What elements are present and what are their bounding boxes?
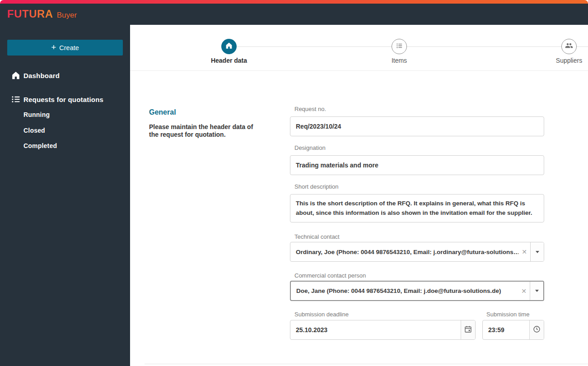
sidebar-item-label: Requests for quotations — [23, 96, 103, 103]
technical-contact-value: Ordinary, Joe (Phone: 0044 9876543210, E… — [290, 249, 518, 255]
clear-icon[interactable]: ✕ — [518, 287, 530, 295]
sidebar: + Create Dashboard Requests for quotatio… — [0, 25, 130, 366]
clock-icon — [532, 325, 541, 335]
dropdown-toggle[interactable] — [530, 282, 543, 300]
commercial-contact-dropdown[interactable]: Doe, Jane (Phone: 0044 9876543210, Email… — [290, 281, 544, 301]
sidebar-subitem-label: Closed — [23, 127, 45, 134]
clear-icon[interactable]: ✕ — [518, 248, 530, 255]
wizard-stepper: Header data Items Suppliers — [130, 25, 588, 71]
submission-time-value: 23:59 — [483, 326, 529, 334]
submission-time-field[interactable]: 23:59 — [482, 320, 544, 340]
brand-logo[interactable]: FUTURABuyer — [7, 8, 77, 20]
sidebar-item-label: Dashboard — [23, 72, 60, 79]
sidebar-item-dashboard[interactable]: Dashboard — [0, 69, 130, 82]
technical-contact-label: Technical contact — [294, 233, 340, 240]
submission-time-label: Submission time — [486, 311, 529, 318]
submission-deadline-value: 25.10.2023 — [290, 326, 461, 334]
sidebar-subitem-label: Completed — [23, 142, 57, 149]
short-description-label: Short description — [294, 183, 339, 190]
sidebar-subitem-label: Running — [23, 111, 50, 118]
section-divider — [145, 364, 588, 364]
plus-icon: + — [51, 43, 56, 51]
request-no-field[interactable]: Req/2023/10/24 — [290, 116, 544, 136]
request-no-value: Req/2023/10/24 — [290, 123, 544, 130]
designation-label: Designation — [294, 144, 326, 151]
home-icon — [11, 70, 21, 80]
section-description: Please maintain the header data of the r… — [149, 123, 258, 139]
date-picker-button[interactable] — [461, 320, 475, 339]
dropdown-toggle[interactable] — [530, 242, 544, 261]
chevron-down-icon — [536, 251, 539, 253]
brand-name: FUTURA — [7, 8, 53, 20]
sidebar-subitem-closed[interactable]: Closed — [23, 125, 123, 136]
section-title: General — [149, 108, 176, 116]
app-header: FUTURABuyer — [0, 4, 588, 25]
time-picker-button[interactable] — [529, 320, 544, 339]
short-description-value: This is the short description of the RFQ… — [290, 195, 544, 222]
commercial-contact-label: Commercial contact person — [294, 272, 366, 279]
submission-deadline-label: Submission deadline — [294, 311, 349, 318]
step-label: Suppliers — [542, 57, 588, 64]
people-icon — [565, 42, 573, 51]
chevron-down-icon — [535, 290, 539, 292]
technical-contact-dropdown[interactable]: Ordinary, Joe (Phone: 0044 9876543210, E… — [290, 242, 544, 262]
step-suppliers[interactable]: Suppliers — [542, 39, 588, 64]
designation-field[interactable]: Trading materials and more — [290, 155, 544, 175]
commercial-contact-value: Doe, Jane (Phone: 0044 9876543210, Email… — [291, 287, 518, 294]
sidebar-subitem-completed[interactable]: Completed — [23, 140, 123, 152]
main-content: Header data Items Suppliers — [130, 25, 588, 366]
list-icon — [396, 42, 403, 51]
step-label: Header data — [202, 57, 256, 64]
step-circle-active — [221, 39, 237, 54]
step-header-data[interactable]: Header data — [202, 39, 256, 64]
sidebar-item-requests-for-quotations[interactable]: Requests for quotations — [0, 93, 130, 106]
step-label: Items — [372, 57, 426, 64]
short-description-field[interactable]: This is the short description of the RFQ… — [290, 194, 544, 222]
create-button[interactable]: + Create — [7, 40, 123, 56]
app-window: FUTURABuyer + Create Dashboard Requests … — [0, 0, 588, 366]
top-accent-bar — [0, 0, 588, 4]
create-button-label: Create — [59, 44, 79, 51]
designation-value: Trading materials and more — [290, 162, 544, 169]
submission-deadline-field[interactable]: 25.10.2023 — [290, 320, 476, 340]
step-circle — [561, 39, 577, 54]
request-no-label: Request no. — [294, 106, 326, 112]
home-icon — [225, 42, 233, 51]
brand-product: Buyer — [57, 11, 77, 19]
list-icon — [11, 94, 21, 104]
calendar-icon — [464, 325, 472, 335]
step-circle — [392, 39, 407, 54]
sidebar-subitem-running[interactable]: Running — [23, 109, 123, 120]
step-items[interactable]: Items — [372, 39, 426, 64]
